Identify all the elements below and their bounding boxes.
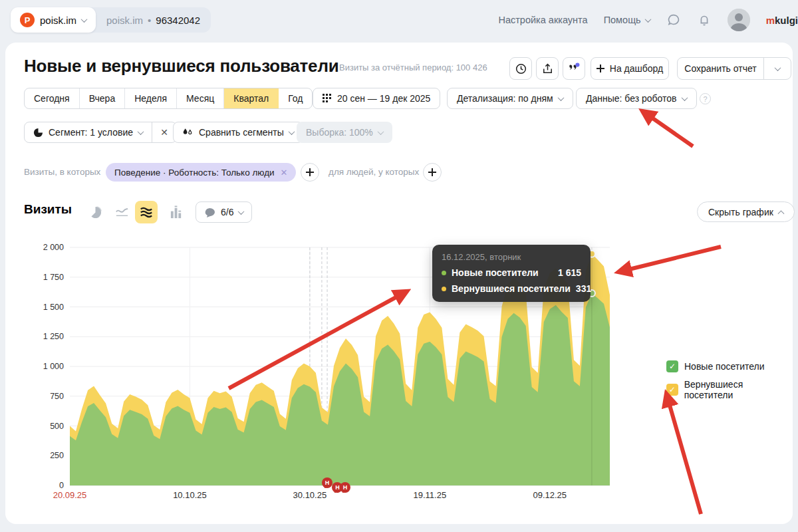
filter-chip-robots[interactable]: Поведение · Роботность: Только люди ✕ [106,163,296,182]
save-report-button[interactable]: Сохранить отчет [678,58,763,79]
legend-label: Новые посетители [684,361,765,372]
visits-filter-label: Визиты, в которых [24,167,100,177]
counter-site-name: poisk.im [40,15,76,26]
y-tick-label: 1 500 [13,303,64,312]
chevron-down-icon [81,16,88,23]
sampling-dropdown[interactable]: Выборка: 100% [297,122,392,143]
top-nav: Настройка аккаунта Помощь mkulgi [498,0,798,40]
tooltip-row-new: Новые посетители 1 615 [442,267,581,278]
checkbox-checked-yellow[interactable]: ✓ [666,384,678,396]
comment-marker[interactable]: Н [322,477,332,488]
tooltip-date: 16.12.2025, вторник [442,252,581,262]
segment-control: Сегмент: 1 условие ✕ [24,122,177,143]
tab-yesterday[interactable]: Вчера [80,88,126,108]
avatar[interactable] [728,9,750,31]
y-axis: 02505007501 0001 2501 5001 7502 000 [13,247,64,485]
tab-month[interactable]: Месяц [177,88,224,108]
x-tick-label: 10.10.25 [173,490,207,500]
chip-remove-icon[interactable]: ✕ [281,168,288,178]
history-clock-button[interactable] [509,57,532,80]
y-tick-label: 250 [13,451,64,460]
chart-type-pie-icon[interactable] [86,203,104,221]
tooltip-value: 1 615 [558,267,581,278]
chevron-down-icon [557,94,564,101]
green-dot-icon [442,271,446,275]
legend-item-new-visitors[interactable]: ✓ Новые посетители [666,360,765,372]
chat-icon[interactable] [666,13,681,27]
comments-count: 6/6 [221,207,233,217]
compare-drops-icon [182,128,194,137]
tab-year[interactable]: Год [279,88,312,108]
chart-tooltip: 16.12.2025, вторник Новые посетители 1 6… [432,245,591,302]
y-tick-label: 1 250 [13,332,64,341]
data-mode-label: Данные: без роботов [586,93,677,104]
chevron-down-icon [644,16,651,23]
chart-type-stacked-area-icon-selected[interactable] [135,201,158,223]
tooltip-value: 331 [576,283,591,294]
legend-item-returning-visitors[interactable]: ✓ Вернувшиеся посетители [666,379,793,400]
legend-label: Вернувшиеся посетители [684,379,793,400]
date-range-label: 20 сен — 19 дек 2025 [337,93,430,104]
chart-type-line-icon[interactable] [113,203,130,221]
calendar-grid-icon [323,94,332,103]
notifications-bell-icon[interactable] [697,13,712,27]
yellow-dot-icon [442,287,446,291]
help-question-icon[interactable]: ? [700,93,711,104]
checkbox-checked-green[interactable]: ✓ [666,360,678,372]
tooltip-label: Вернувшиеся посетители [452,283,571,294]
comments-toggle-button[interactable] [563,57,585,80]
plus-icon [597,65,604,72]
chart-comments-dropdown[interactable]: 6/6 [196,201,252,223]
hide-chart-button[interactable]: Скрыть график [697,201,795,222]
chevron-down-icon [774,65,781,71]
date-range-button[interactable]: 20 сен — 19 дек 2025 [313,88,440,109]
chevron-down-icon [238,208,245,215]
tab-today[interactable]: Сегодня [25,88,80,108]
y-tick-label: 0 [13,481,64,490]
filter-chip-label: Поведение · Роботность: Только люди [114,168,275,178]
add-visits-condition-button[interactable] [301,163,319,182]
comment-marker[interactable]: Н [340,482,350,493]
segment-pie-icon [33,128,43,138]
save-report-menu-button[interactable] [764,58,791,79]
add-to-dashboard-button[interactable]: На дашборд [591,57,669,80]
compare-segments-button[interactable]: Сравнить сегменты [173,122,303,143]
y-tick-label: 1 000 [13,362,64,371]
top-bar: P poisk.im poisk.im • 96342042 Настройка… [0,0,798,40]
compare-segments-label: Сравнить сегменты [199,127,284,138]
x-tick-label: 19.11.25 [414,490,447,500]
page-title: Новые и вернувшиеся пользователи [24,56,338,76]
chevron-down-icon [288,128,295,135]
add-people-condition-button[interactable] [423,163,442,182]
tooltip-label: Новые посетители [452,267,553,278]
data-mode-dropdown[interactable]: Данные: без роботов [576,88,697,109]
counter-selector[interactable]: P poisk.im [11,7,96,33]
dot-separator: • [148,15,151,26]
visits-summary: Визиты за отчётный период: 100 426 [339,63,487,72]
plus-icon [306,168,314,176]
y-tick-label: 750 [13,392,64,401]
account-settings-link[interactable]: Настройка аккаунта [498,15,587,25]
add-to-dashboard-label: На дашборд [610,63,663,74]
tab-week[interactable]: Неделя [125,88,177,108]
y-tick-label: 1 750 [13,273,64,282]
tooltip-row-returning: Вернувшиеся посетители 331 [442,283,581,294]
detalization-dropdown[interactable]: Детализация: по дням [447,88,573,109]
help-menu[interactable]: Помощь [604,15,650,25]
chevron-down-icon [681,94,688,101]
export-button[interactable] [536,57,559,80]
y-tick-label: 2 000 [13,243,64,252]
counter-selector-group: P poisk.im poisk.im • 96342042 [11,7,211,33]
tab-quarter[interactable]: Квартал [224,88,279,108]
help-label: Помощь [604,15,641,25]
plus-icon [428,168,436,176]
segment-label: Сегмент: 1 условие [49,127,133,138]
sampling-label: Выборка: 100% [306,127,373,138]
username-rest: kulgi [775,15,798,26]
segment-dropdown[interactable]: Сегмент: 1 условие [25,122,152,142]
username[interactable]: mkulgi [766,15,798,26]
username-first-letter: m [766,15,775,26]
x-tick-label: 30.10.25 [293,490,327,500]
counter-meta: poisk.im • 96342042 [96,15,211,26]
chart-type-columns-icon[interactable] [168,203,185,221]
